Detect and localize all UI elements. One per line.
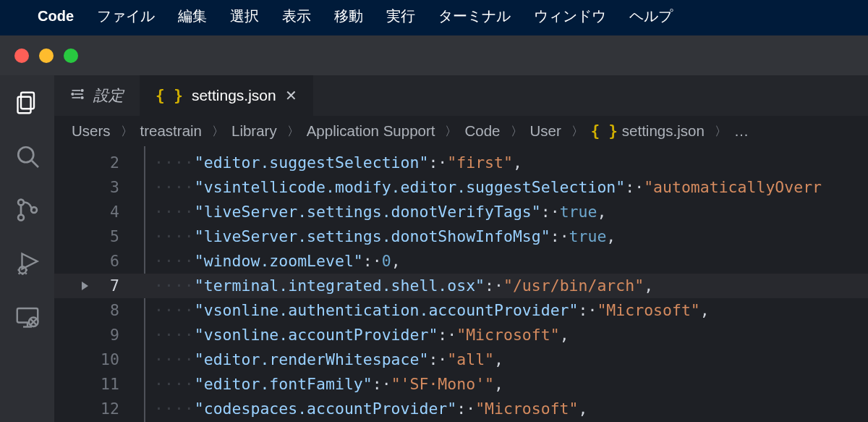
window-body: 設定 { } settings.json ✕ Users 〉 treastrai… (0, 75, 868, 422)
window-maximize-button[interactable] (64, 48, 78, 63)
chevron-right-icon: 〉 (212, 123, 224, 140)
settings-hamburger-icon (70, 87, 85, 105)
menubar-item-file[interactable]: ファイル (97, 7, 155, 26)
json-braces-icon: { } (591, 122, 618, 140)
line-number: 9 (54, 323, 144, 347)
menubar-item-view[interactable]: 表示 (282, 7, 311, 26)
svg-point-23 (72, 93, 74, 95)
window-minimize-button[interactable] (39, 48, 54, 63)
code-line[interactable]: ····"vsintellicode.modify.editor.suggest… (144, 175, 868, 200)
breadcrumb-segment[interactable]: Library (231, 122, 277, 140)
editor-group: 設定 { } settings.json ✕ Users 〉 treastrai… (54, 75, 868, 422)
svg-rect-0 (21, 93, 34, 109)
svg-line-3 (32, 161, 38, 167)
code-line[interactable]: ····"liveServer.settings.donotShowInfoMs… (144, 224, 868, 249)
breadcrumb[interactable]: Users 〉 treastrain 〉 Library 〉 Applicati… (54, 116, 868, 146)
line-number: 8 (54, 298, 144, 323)
menubar-app-name[interactable]: Code (38, 8, 74, 25)
breadcrumb-segment[interactable]: Users (72, 122, 111, 140)
code-line[interactable]: ····"window.zoomLevel":·0, (144, 249, 868, 274)
run-debug-icon[interactable] (14, 250, 41, 277)
chevron-right-icon: 〉 (287, 123, 299, 140)
mac-menubar: Code ファイル 編集 選択 表示 移動 実行 ターミナル ウィンドウ ヘルプ (0, 0, 868, 33)
menubar-item-window[interactable]: ウィンドウ (534, 7, 606, 26)
svg-point-2 (18, 147, 33, 162)
code-line[interactable]: ····"editor.fontFamily":·"'SF·Mono'", (144, 372, 868, 397)
svg-line-13 (25, 273, 27, 274)
line-number: 7 (54, 274, 144, 298)
line-number: 12 (54, 397, 144, 421)
code-line[interactable]: ····"editor.suggestSelection":·"first", (144, 151, 868, 175)
line-number: 5 (54, 224, 144, 249)
menubar-item-help[interactable]: ヘルプ (629, 7, 673, 26)
code-line[interactable]: ····"vsonline.authentication.accountProv… (144, 298, 868, 323)
tab-file-label: settings.json (192, 87, 276, 104)
line-number-gutter: 23456789101112 (54, 146, 144, 422)
window-close-button[interactable] (14, 48, 29, 63)
tabs-row: 設定 { } settings.json ✕ (54, 75, 868, 116)
breadcrumb-segment[interactable]: treastrain (140, 122, 202, 140)
activity-bar (0, 75, 54, 422)
breadcrumb-segment[interactable]: Code (464, 122, 500, 140)
svg-point-25 (81, 96, 83, 98)
tab-settings[interactable]: 設定 (54, 75, 140, 116)
svg-line-12 (18, 273, 20, 274)
search-icon[interactable] (14, 143, 41, 169)
svg-point-21 (81, 89, 83, 91)
chevron-right-icon: 〉 (121, 123, 133, 140)
tab-settings-json[interactable]: { } settings.json ✕ (140, 75, 313, 116)
vscode-window: 設定 { } settings.json ✕ Users 〉 treastrai… (0, 35, 868, 422)
line-number: 6 (54, 249, 144, 274)
code-line[interactable]: ····"vsonline.accountProvider":·"Microso… (144, 323, 868, 347)
code-line[interactable]: ····"editor.renderWhitespace":·"all", (144, 347, 868, 372)
menubar-item-run[interactable]: 実行 (386, 7, 415, 26)
svg-point-5 (18, 215, 24, 221)
breadcrumb-segment[interactable]: User (530, 122, 561, 140)
code-line[interactable]: ····"codespaces.accountProvider":·"Micro… (144, 397, 868, 421)
chevron-right-icon: 〉 (715, 123, 727, 140)
code-line[interactable]: ····"liveServer.settings.donotVerifyTags… (144, 200, 868, 224)
json-braces-icon: { } (156, 87, 183, 104)
chevron-right-icon: 〉 (445, 123, 457, 140)
breadcrumb-file[interactable]: settings.json (622, 122, 705, 140)
code-editor[interactable]: 23456789101112 ····"editor.suggestSelect… (54, 146, 868, 422)
line-number: 2 (54, 151, 144, 175)
line-number: 3 (54, 175, 144, 200)
chevron-right-icon: 〉 (511, 123, 523, 140)
code-content[interactable]: ····"editor.suggestSelection":·"first",·… (144, 146, 868, 422)
chevron-right-icon: 〉 (571, 123, 584, 140)
window-titlebar (0, 35, 868, 75)
breadcrumb-segment[interactable]: Application Support (307, 122, 435, 140)
menubar-item-selection[interactable]: 選択 (230, 7, 259, 26)
explorer-icon[interactable] (14, 90, 41, 116)
line-number: 11 (54, 372, 144, 397)
menubar-item-terminal[interactable]: ターミナル (438, 7, 511, 26)
tab-settings-label: 設定 (93, 85, 124, 106)
code-line[interactable]: ····"terminal.integrated.shell.osx":·"/u… (144, 274, 868, 298)
remote-explorer-icon[interactable] (14, 304, 41, 330)
svg-point-4 (18, 200, 24, 206)
breadcrumb-ellipsis[interactable]: … (734, 122, 749, 140)
source-control-icon[interactable] (14, 197, 41, 223)
svg-rect-1 (17, 97, 30, 114)
menubar-item-go[interactable]: 移動 (334, 7, 363, 26)
line-number: 4 (54, 200, 144, 224)
menubar-item-edit[interactable]: 編集 (178, 7, 207, 26)
line-number: 10 (54, 347, 144, 372)
close-tab-icon[interactable]: ✕ (285, 87, 297, 104)
